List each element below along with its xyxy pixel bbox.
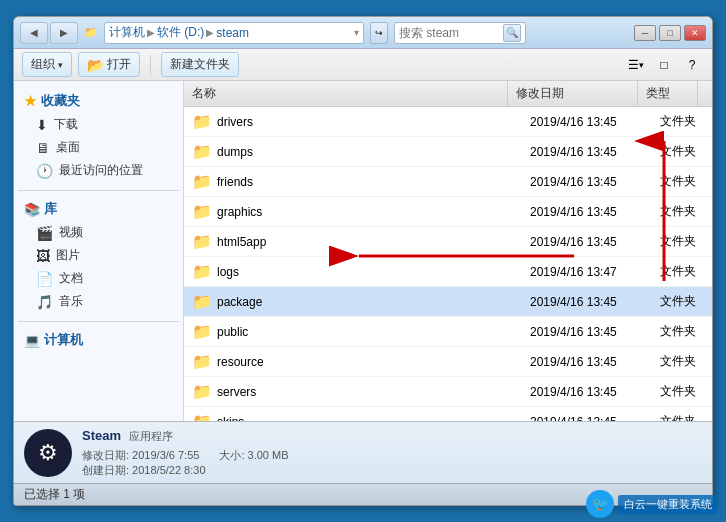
pane-button[interactable]: □ [652,54,676,76]
help-button[interactable]: ? [680,54,704,76]
file-name-cell: 📁 logs [184,260,522,283]
file-name-cell: 📁 package [184,290,522,313]
title-left: ◀ ▶ 📁 计算机 ▶ 软件 (D:) ▶ steam ▾ ↪ 🔍 [20,22,526,44]
address-go-button[interactable]: ↪ [370,22,388,44]
file-size: 大小: 3.00 MB [219,448,288,463]
address-bar[interactable]: 计算机 ▶ 软件 (D:) ▶ steam ▾ [104,22,364,44]
folder-icon: 📁 [192,352,212,371]
modified-date: 修改日期: 2019/3/6 7:55 [82,448,199,463]
folder-icon: 📁 [192,412,212,421]
file-date-cell: 2019/4/16 13:45 [522,293,652,311]
app-type: 应用程序 [129,429,173,444]
favorites-heading[interactable]: ★ 收藏夹 [18,89,179,113]
sidebar-item-video[interactable]: 🎬 视频 [18,221,179,244]
minimize-button[interactable]: ─ [634,25,656,41]
file-type-cell: 文件夹 [652,111,712,132]
table-row[interactable]: 📁 package 2019/4/16 13:45 文件夹 [184,287,712,317]
col-header-name[interactable]: 名称 [184,81,508,106]
file-date-cell: 2019/4/16 13:45 [522,233,652,251]
table-row[interactable]: 📁 public 2019/4/16 13:45 文件夹 [184,317,712,347]
documents-icon: 📄 [36,271,53,287]
table-row[interactable]: 📁 skins 2019/4/16 13:45 文件夹 [184,407,712,421]
selection-status: 已选择 1 项 [24,486,85,503]
file-list-header: 名称 修改日期 类型 [184,81,712,107]
file-type-cell: 文件夹 [652,411,712,421]
file-type-cell: 文件夹 [652,261,712,282]
file-type-cell: 文件夹 [652,291,712,312]
content-area: ★ 收藏夹 ⬇ 下载 🖥 桌面 🕐 最近访问的位置 [14,81,712,421]
pictures-icon: 🖼 [36,248,50,264]
table-row[interactable]: 📁 dumps 2019/4/16 13:45 文件夹 [184,137,712,167]
title-controls: ─ □ ✕ [634,25,706,41]
file-type-cell: 文件夹 [652,321,712,342]
folder-icon: 📁 [192,262,212,281]
computer-section: 💻 计算机 [18,328,179,352]
forward-button[interactable]: ▶ [50,22,78,44]
sidebar: ★ 收藏夹 ⬇ 下载 🖥 桌面 🕐 最近访问的位置 [14,81,184,421]
path-steam[interactable]: steam [216,26,249,40]
maximize-button[interactable]: □ [659,25,681,41]
search-input[interactable] [399,26,499,40]
file-date-cell: 2019/4/16 13:45 [522,203,652,221]
watermark-text: 白云一键重装系统 [618,495,718,514]
folder-icon: 📁 [192,232,212,251]
col-header-date[interactable]: 修改日期 [508,81,638,106]
computer-heading[interactable]: 💻 计算机 [18,328,179,352]
search-button[interactable]: 🔍 [503,24,521,42]
file-name-cell: 📁 resource [184,350,522,373]
created-date: 创建日期: 2018/5/22 8:30 [82,464,206,476]
explorer-window: ◀ ▶ 📁 计算机 ▶ 软件 (D:) ▶ steam ▾ ↪ 🔍 [13,16,713,506]
table-row[interactable]: 📁 friends 2019/4/16 13:45 文件夹 [184,167,712,197]
watermark: 🐦 白云一键重装系统 [586,490,718,518]
recent-icon: 🕐 [36,163,53,179]
table-row[interactable]: 📁 logs 2019/4/16 13:47 文件夹 [184,257,712,287]
organize-button[interactable]: 组织 ▾ [22,52,72,77]
file-date-cell: 2019/4/16 13:45 [522,383,652,401]
folder-icon: 📁 [192,112,212,131]
toolbar-separator [150,55,151,75]
folder-icon-small: 📁 [84,26,98,39]
back-button[interactable]: ◀ [20,22,48,44]
info-details: Steam 应用程序 修改日期: 2019/3/6 7:55 大小: 3.00 … [82,428,702,478]
address-dropdown[interactable]: ▾ [354,27,359,38]
file-type-cell: 文件夹 [652,201,712,222]
music-icon: 🎵 [36,294,53,310]
view-toggle-button[interactable]: ☰ ▾ [624,54,648,76]
file-date-cell: 2019/4/16 13:45 [522,413,652,422]
table-row[interactable]: 📁 resource 2019/4/16 13:45 文件夹 [184,347,712,377]
search-bar[interactable]: 🔍 [394,22,526,44]
folder-icon: 📁 [192,142,212,161]
folder-icon: 📁 [192,382,212,401]
table-row[interactable]: 📁 servers 2019/4/16 13:45 文件夹 [184,377,712,407]
col-header-type[interactable]: 类型 [638,81,698,106]
file-name-cell: 📁 graphics [184,200,522,223]
file-date-cell: 2019/4/16 13:45 [522,173,652,191]
sidebar-item-recent[interactable]: 🕐 最近访问的位置 [18,159,179,182]
table-row[interactable]: 📁 drivers 2019/4/16 13:45 文件夹 [184,107,712,137]
sidebar-item-music[interactable]: 🎵 音乐 [18,290,179,313]
table-row[interactable]: 📁 graphics 2019/4/16 13:45 文件夹 [184,197,712,227]
toolbar: 组织 ▾ 📂 打开 新建文件夹 ☰ ▾ □ ? [14,49,712,81]
sidebar-divider-2 [18,321,179,322]
address-path: 计算机 ▶ 软件 (D:) ▶ steam [109,24,249,41]
library-heading[interactable]: 📚 库 [18,197,179,221]
nav-buttons: ◀ ▶ [20,22,78,44]
close-button[interactable]: ✕ [684,25,706,41]
path-computer[interactable]: 计算机 [109,24,145,41]
file-date-cell: 2019/4/16 13:45 [522,113,652,131]
sidebar-divider-1 [18,190,179,191]
sidebar-item-download[interactable]: ⬇ 下载 [18,113,179,136]
sidebar-item-pictures[interactable]: 🖼 图片 [18,244,179,267]
sidebar-item-desktop[interactable]: 🖥 桌面 [18,136,179,159]
computer-icon: 💻 [24,333,40,348]
new-folder-button[interactable]: 新建文件夹 [161,52,239,77]
path-drive[interactable]: 软件 (D:) [157,24,204,41]
folder-icon: 📁 [192,292,212,311]
file-type-cell: 文件夹 [652,171,712,192]
file-name-cell: 📁 drivers [184,110,522,133]
table-row[interactable]: 📁 html5app 2019/4/16 13:45 文件夹 [184,227,712,257]
favorites-section: ★ 收藏夹 ⬇ 下载 🖥 桌面 🕐 最近访问的位置 [18,89,179,182]
sidebar-item-documents[interactable]: 📄 文档 [18,267,179,290]
open-button[interactable]: 📂 打开 [78,52,140,77]
file-type-cell: 文件夹 [652,141,712,162]
